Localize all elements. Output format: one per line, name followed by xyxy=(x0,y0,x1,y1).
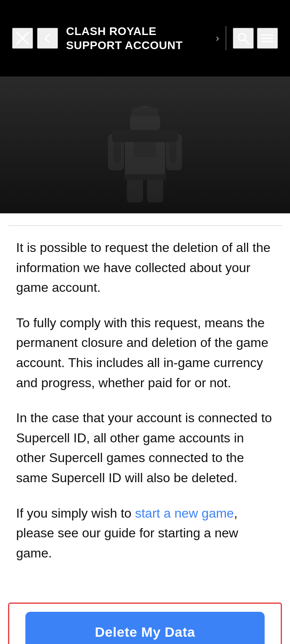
svg-rect-9 xyxy=(132,107,158,116)
chevron-right-icon: › xyxy=(216,33,219,44)
warrior-image xyxy=(77,85,213,205)
svg-line-3 xyxy=(245,40,249,44)
breadcrumb[interactable]: CLASH ROYALE SUPPORT ACCOUNT › xyxy=(66,24,219,52)
hero-image xyxy=(0,76,290,213)
back-button[interactable] xyxy=(37,28,58,49)
paragraph-4: If you simply wish to start a new game, … xyxy=(16,504,274,564)
svg-rect-12 xyxy=(127,178,143,202)
close-button[interactable] xyxy=(12,28,33,49)
header: CLASH ROYALE SUPPORT ACCOUNT › xyxy=(0,0,290,76)
page-title: CLASH ROYALE SUPPORT ACCOUNT xyxy=(66,24,212,52)
paragraph-3: In the case that your account is connect… xyxy=(16,408,274,488)
svg-rect-18 xyxy=(112,130,178,142)
delete-my-data-button[interactable]: Delete My Data xyxy=(25,612,265,644)
header-divider xyxy=(226,26,226,50)
paragraph-2: To fully comply with this request, means… xyxy=(16,313,274,393)
delete-button-area: Delete My Data xyxy=(8,603,282,644)
main-content: It is possible to request the deletion o… xyxy=(0,226,290,603)
menu-button[interactable] xyxy=(257,28,278,49)
svg-rect-14 xyxy=(124,174,166,180)
start-new-game-link[interactable]: start a new game xyxy=(135,506,234,520)
search-button[interactable] xyxy=(233,28,254,49)
paragraph-1: It is possible to request the deletion o… xyxy=(16,238,274,298)
paragraph-4-before-link: If you simply wish to xyxy=(16,506,135,520)
svg-rect-15 xyxy=(134,141,156,157)
svg-rect-13 xyxy=(147,178,163,202)
